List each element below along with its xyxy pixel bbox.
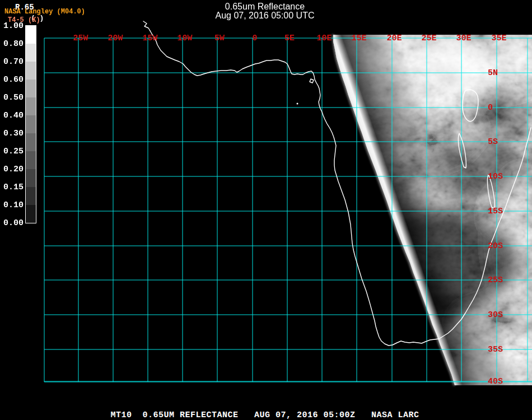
- colorbar-tick-label: 0.70: [3, 58, 24, 66]
- colorbar-tick-label: 0.15: [3, 183, 24, 192]
- satellite-map-canvas: [0, 0, 532, 420]
- longitude-label: 5W: [214, 34, 225, 43]
- latitude-label: 40S: [488, 377, 503, 386]
- colorbar-segment: [26, 205, 36, 223]
- longitude-label: 20W: [108, 34, 123, 43]
- colorbar-segment: [26, 187, 36, 205]
- latitude-label: 0: [488, 104, 493, 112]
- island-saotome: [297, 103, 298, 105]
- longitude-label: 5E: [284, 34, 295, 43]
- longitude-label: 35E: [491, 34, 506, 43]
- latitude-label: 30S: [488, 311, 503, 319]
- footer-caption: MT10 0.65UM REFLECTANCE AUG 07, 2016 05:…: [0, 410, 530, 420]
- colorbar-segment: [26, 169, 36, 187]
- latitude-label: 10S: [488, 172, 503, 181]
- colorbar-segment: [26, 133, 36, 151]
- colorbar-tick-label: 0.40: [3, 111, 24, 120]
- latitude-label: 20S: [488, 242, 503, 250]
- colorbar-tick-label: 0.30: [3, 129, 24, 138]
- colorbar-tick-label: 0.10: [3, 201, 24, 209]
- latitude-label: 5S: [488, 138, 498, 146]
- reflectance-colorbar: [25, 25, 36, 223]
- latitude-label: 15S: [488, 207, 503, 216]
- page-subtitle: Aug 07, 2016 05:00 UTC: [0, 11, 530, 20]
- longitude-label: 10E: [316, 34, 332, 43]
- longitude-label: 20E: [386, 34, 402, 43]
- longitude-label: 25E: [421, 34, 436, 43]
- latitude-label: 35S: [488, 346, 503, 354]
- longitude-label: 15W: [142, 34, 157, 43]
- island-bioko: [310, 79, 314, 83]
- colorbar-tick-label: 0.80: [3, 40, 24, 48]
- satellite-viewer-screen: R.65 NASA Langley (M04.0) ( ) T4-5 (K) 0…: [0, 0, 532, 420]
- colorbar-tick-labels: 1.000.800.700.600.500.400.300.250.200.15…: [0, 0, 24, 235]
- longitude-label: 15E: [351, 34, 366, 43]
- colorbar-segment: [26, 44, 36, 62]
- colorbar-tick-label: 0.50: [3, 94, 24, 102]
- colorbar-segment: [26, 115, 36, 133]
- longitude-label: 25W: [73, 34, 88, 43]
- longitude-label: 30E: [456, 34, 471, 43]
- colorbar-tick-label: 0.25: [3, 147, 24, 156]
- colorbar-segment: [26, 62, 36, 80]
- longitude-label: 0: [252, 34, 257, 43]
- latitude-label: 25S: [488, 276, 503, 284]
- colorbar-segment: [26, 97, 36, 115]
- page-title: 0.65um Reflectance: [0, 2, 530, 11]
- colorbar-tick-label: 0.00: [3, 219, 24, 227]
- colorbar-segment: [26, 80, 36, 97]
- colorbar-segment: [26, 151, 36, 169]
- coastline-senegal: [143, 21, 150, 31]
- longitude-label: 10W: [177, 34, 192, 43]
- colorbar-segment: [26, 26, 36, 44]
- colorbar-tick-label: 0.20: [3, 165, 24, 174]
- title-block: 0.65um Reflectance Aug 07, 2016 05:00 UT…: [0, 2, 530, 20]
- colorbar-tick-label: 1.00: [3, 22, 24, 30]
- latitude-label: 5N: [488, 69, 498, 77]
- colorbar-tick-label: 0.60: [3, 76, 24, 84]
